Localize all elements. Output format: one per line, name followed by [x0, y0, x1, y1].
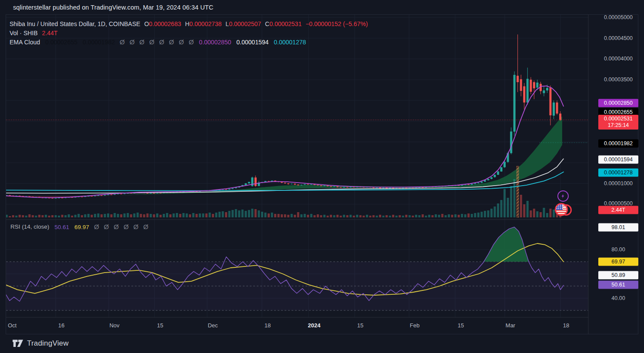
time-tick: 15	[357, 322, 363, 329]
time-axis[interactable]: Oct16Nov15Dec18202415Feb15Mar18	[6, 318, 589, 334]
time-tick: Mar	[506, 322, 515, 329]
time-tick: Dec	[208, 322, 218, 329]
rsi-value: 50.61	[54, 224, 69, 230]
volume-value: 2.44T	[42, 30, 58, 37]
disabled-plot-icon: Ø	[130, 38, 135, 46]
ema-cloud-row: EMA Cloud 0.000026550.00001982ØØØØØØØØ0.…	[10, 37, 368, 47]
axis-label: 40.00	[598, 295, 638, 301]
time-tick: 2024	[308, 322, 321, 329]
price-badge: 0.00001594	[598, 156, 638, 164]
time-tick: Feb	[410, 322, 419, 329]
disabled-plot-icon: Ø	[149, 38, 154, 46]
price-axis[interactable]: 0.000050000.000045000.000040000.00003500…	[589, 14, 644, 334]
flag-canton	[556, 204, 563, 210]
ohlc-values: O0.00002683H0.00002738L0.00002507C0.0000…	[140, 20, 302, 27]
price-badge: 50.61	[598, 281, 638, 289]
axis-label: 0.00003500	[598, 77, 638, 83]
disabled-plot-icon: Ø	[139, 38, 144, 46]
symbol-title[interactable]: Shiba Inu / United States Dollar, 1D, CO…	[10, 20, 140, 27]
price-badge: 2.44T	[598, 206, 638, 214]
volume-row: Vol · SHIB 2.44T	[10, 28, 368, 37]
axis-label: 0.00005000	[598, 14, 638, 20]
disabled-plot-icon: Ø	[104, 223, 109, 230]
tradingview-mark-icon	[12, 339, 23, 348]
time-tick: 16	[58, 322, 64, 329]
ema-hidden-value: 0.00001982	[83, 39, 115, 46]
time-tick: 18	[265, 322, 271, 329]
rsi-label[interactable]: RSI (14, close)	[10, 223, 49, 230]
rsi-value: 69.97	[74, 224, 89, 230]
disabled-plot-icon: Ø	[94, 223, 99, 230]
disabled-plot-icon: Ø	[120, 38, 125, 46]
time-tick: 15	[458, 322, 464, 329]
ohlc-value: 0.00002531	[269, 20, 302, 27]
time-tick: 15	[157, 322, 163, 329]
symbol-status-row: Shiba Inu / United States Dollar, 1D, CO…	[10, 19, 368, 28]
axis-label: 0.00004000	[598, 56, 638, 62]
axis-label: 0.00001000	[598, 180, 638, 186]
price-badge: 0.0000253117:25:14	[598, 115, 638, 130]
ema-cloud-label[interactable]: EMA Cloud	[10, 39, 40, 46]
us-flag-circle	[555, 203, 568, 216]
ema-value: 0.00002850	[199, 39, 231, 46]
disabled-plot-icon: Ø	[179, 38, 184, 46]
disabled-plot-icon: Ø	[143, 223, 148, 230]
price-badge: 0.00001982	[598, 140, 638, 148]
chart-canvas[interactable]	[0, 0, 644, 353]
price-badge: 0.00002850	[598, 99, 638, 107]
price-badge: 0.00001278	[598, 169, 638, 177]
ema-value: 0.00001278	[274, 39, 306, 46]
volume-label: Vol · SHIB	[10, 30, 38, 37]
axis-label: 0.00004500	[598, 35, 638, 41]
disabled-plot-icon: Ø	[189, 38, 194, 46]
rsi-legend: RSI (14, close) 50.6169.97ØØØØØØ	[10, 222, 148, 231]
ema-hidden-value: 0.00002655	[45, 39, 77, 46]
ohlc-key: L	[225, 20, 229, 27]
ohlc-value: 0.00002683	[149, 20, 181, 27]
axis-label: 80.00	[598, 246, 638, 253]
ema-cloud-values: 0.000026550.00001982ØØØØØØØØ0.000028500.…	[40, 38, 306, 46]
disabled-plot-icon: Ø	[159, 38, 164, 46]
symbol-legend: Shiba Inu / United States Dollar, 1D, CO…	[10, 19, 368, 47]
disabled-plot-icon: Ø	[124, 223, 129, 230]
bolt-glyph	[560, 193, 566, 199]
rsi-status-row: RSI (14, close) 50.6169.97ØØØØØØ	[10, 222, 148, 231]
lightning-icon[interactable]	[557, 190, 569, 202]
tradingview-logo[interactable]: TradingView	[12, 339, 69, 348]
price-badge: 69.97	[598, 258, 638, 266]
ema-value: 0.00001594	[236, 39, 268, 46]
disabled-plot-icon: Ø	[134, 223, 139, 230]
tradingview-wordmark: TradingView	[27, 339, 69, 348]
ohlc-key: C	[265, 20, 269, 27]
price-badge: 50.89	[598, 271, 638, 280]
disabled-plot-icon: Ø	[169, 38, 174, 46]
change-value: −0.00000152 (−5.67%)	[305, 20, 368, 27]
ohlc-key: H	[185, 20, 189, 27]
disabled-plot-icon: Ø	[114, 223, 119, 230]
usd-flag-icon	[555, 203, 573, 219]
ohlc-value: 0.00002507	[229, 20, 261, 27]
rsi-values: 50.6169.97ØØØØØØ	[49, 223, 148, 230]
time-tick: Nov	[109, 322, 119, 329]
published-chart-page: sqlinterstellar published on TradingView…	[0, 0, 644, 353]
ohlc-key: O	[144, 20, 149, 27]
ohlc-value: 0.00002738	[189, 20, 221, 27]
time-tick: Oct	[8, 322, 17, 329]
price-badge: 98.01	[598, 223, 638, 232]
time-tick: 18	[563, 322, 569, 329]
